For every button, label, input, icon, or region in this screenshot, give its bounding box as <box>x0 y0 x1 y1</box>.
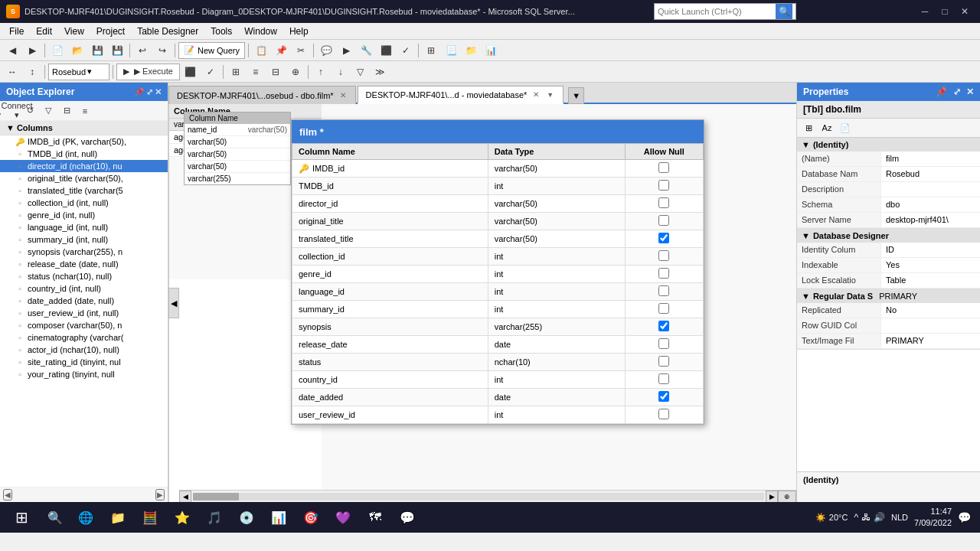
prop-alpha-btn[interactable]: Az <box>818 120 835 135</box>
h-scroll-left-btn[interactable]: ◀ <box>179 491 191 503</box>
column-btn1[interactable]: ⊞ <box>227 64 245 80</box>
oe-col-imdb[interactable]: 🔑 IMDB_id (PK, varchar(50), <box>0 135 168 148</box>
new-btn[interactable]: 📄 <box>48 42 67 59</box>
tab-film[interactable]: DESKTOP-MJRF401\...osebud - dbo.film* ✕ <box>168 86 356 104</box>
prop-pin-btn[interactable]: 📌 <box>936 86 947 97</box>
quick-launch-input[interactable] <box>658 7 773 16</box>
oe-col-release[interactable]: ▫ release_date (date, null) <box>0 258 168 270</box>
forward-btn[interactable]: ▶ <box>23 42 41 59</box>
grid-btn[interactable]: ⊞ <box>422 42 440 59</box>
film-checkbox-10[interactable] <box>658 338 669 349</box>
oe-connect-btn[interactable]: 🔌 Connect ▾ <box>3 103 20 119</box>
oe-scroll-left[interactable]: ◀ <box>3 489 12 500</box>
oe-col-genre[interactable]: ▫ genre_id (int, null) <box>0 209 168 221</box>
open-btn[interactable]: 📂 <box>68 42 87 59</box>
close-btn[interactable]: ✕ <box>956 4 974 19</box>
oe-col-trans-title[interactable]: ▫ translated_title (varchar(5 <box>0 184 168 197</box>
tb2-btn1[interactable]: ↔ <box>3 64 21 80</box>
tab-film-close[interactable]: ✕ <box>338 91 348 99</box>
parse-btn[interactable]: ✓ <box>397 42 415 59</box>
oe-col-country[interactable]: ▫ country_id (int, null) <box>0 282 168 295</box>
taskbar-app-calc[interactable]: 🧮 <box>135 504 165 531</box>
prop-categories-btn[interactable]: ⊞ <box>800 120 817 135</box>
oe-filter-btn[interactable]: ▽ <box>40 103 57 119</box>
oe-col-your-rating[interactable]: ▫ your_rating (tinyint, null <box>0 368 168 380</box>
taskbar-app-star[interactable]: ⭐ <box>167 504 198 531</box>
parse2-btn[interactable]: ✓ <box>201 64 220 80</box>
film-checkbox-4[interactable] <box>658 233 669 243</box>
more-btn[interactable]: ≫ <box>371 64 390 80</box>
film-checkbox-8[interactable] <box>658 303 669 314</box>
oe-col-actor[interactable]: ▫ actor_id (nchar(10), null) <box>0 344 168 356</box>
new-query-btn[interactable]: 📝 New Query <box>178 42 245 59</box>
start-button[interactable]: ⊞ <box>3 502 40 533</box>
film-checkbox-13[interactable] <box>658 391 669 402</box>
oe-col-user-review[interactable]: ▫ user_review_id (int, null) <box>0 307 168 319</box>
oe-collapse-btn[interactable]: ⊟ <box>58 103 75 119</box>
film-checkbox-7[interactable] <box>658 285 669 296</box>
run-btn[interactable]: ▶ <box>337 42 355 59</box>
menu-help[interactable]: Help <box>283 23 315 40</box>
taskbar-app-chart[interactable]: 📊 <box>263 504 294 531</box>
oe-col-orig-title[interactable]: ▫ original_title (varchar(50), <box>0 172 168 184</box>
tb2-btn2[interactable]: ↕ <box>23 64 41 80</box>
taskbar-app-target[interactable]: 🎯 <box>296 504 326 531</box>
cut-btn[interactable]: ✂ <box>292 42 310 59</box>
oe-dock-btn[interactable]: ⤢ <box>146 87 153 97</box>
tab-dropdown-btn[interactable]: ▼ <box>568 87 584 104</box>
tab-moviedatabase-pin[interactable]: ▼ <box>545 91 555 99</box>
database-dropdown[interactable]: Rosebud ▾ <box>48 64 109 80</box>
oe-options-btn[interactable]: ≡ <box>77 103 93 119</box>
prop-header-buttons[interactable]: 📌 ⤢ ✕ <box>933 86 974 97</box>
prop-pages-btn[interactable]: 📄 <box>837 120 854 135</box>
prop-dbdesigner-header[interactable]: ▼ Database Designer <box>797 229 980 243</box>
film-checkbox-3[interactable] <box>658 215 669 226</box>
sound-icon[interactable]: 🔊 <box>874 512 885 523</box>
oe-scroll-right[interactable]: ▶ <box>155 489 165 500</box>
tab-moviedatabase[interactable]: DESKTOP-MJRF401\...d - moviedatabase* ✕ … <box>358 86 564 104</box>
oe-col-collection[interactable]: ▫ collection_id (int, null) <box>0 197 168 209</box>
film-checkbox-12[interactable] <box>658 373 669 384</box>
oe-col-cinema[interactable]: ▫ cinematography (varchar( <box>0 331 168 344</box>
oe-col-date-added[interactable]: ▫ date_added (date, null) <box>0 295 168 307</box>
oe-refresh-btn[interactable]: ↺ <box>21 103 38 119</box>
oe-header-buttons[interactable]: 📌 ⤢ ✕ <box>134 87 162 97</box>
redo-btn[interactable]: ↪ <box>153 42 172 59</box>
maximize-btn[interactable]: □ <box>936 4 954 19</box>
save-btn[interactable]: 💾 <box>88 42 106 59</box>
taskbar-app-files[interactable]: 📁 <box>103 504 133 531</box>
film-checkbox-5[interactable] <box>658 250 669 261</box>
menu-tools[interactable]: Tools <box>204 23 238 40</box>
execute-btn[interactable]: ▶ ▶ Execute <box>116 64 180 80</box>
menu-edit[interactable]: Edit <box>30 23 58 40</box>
column-btn3[interactable]: ⊟ <box>266 64 285 80</box>
diagram-scroll-left[interactable]: ◀ <box>168 288 179 318</box>
oe-col-tmdb[interactable]: ▫ TMDB_id (int, null) <box>0 148 168 160</box>
column-btn2[interactable]: ≡ <box>247 64 265 80</box>
prop-regulardata-header[interactable]: ▼ Regular Data S PRIMARY <box>797 289 980 303</box>
back-btn[interactable]: ◀ <box>3 42 21 59</box>
taskbar-app-vs[interactable]: 💜 <box>328 504 358 531</box>
chevron-icon[interactable]: ^ <box>854 512 858 523</box>
taskbar-app-chat[interactable]: 💬 <box>392 504 423 531</box>
save-all-btn[interactable]: 💾 <box>108 42 126 59</box>
stop-btn[interactable]: ⬛ <box>377 42 395 59</box>
debug-btn[interactable]: 🔧 <box>357 42 375 59</box>
h-scroll-thumb[interactable] <box>193 493 239 500</box>
taskbar-app-disk[interactable]: 💿 <box>231 504 262 531</box>
menu-window[interactable]: Window <box>238 23 283 40</box>
oe-pin-btn[interactable]: 📌 <box>134 87 145 97</box>
prop-close-btn[interactable]: ✕ <box>966 86 974 97</box>
paste-btn[interactable]: 📌 <box>272 42 290 59</box>
film-checkbox-6[interactable] <box>658 268 669 279</box>
oe-col-composer[interactable]: ▫ composer (varchar(50), n <box>0 319 168 331</box>
oe-col-synopsis[interactable]: ▫ synopsis (varchar(255), n <box>0 246 168 258</box>
taskbar-app-browser[interactable]: 🌐 <box>70 504 101 531</box>
text-btn[interactable]: 📃 <box>442 42 460 59</box>
h-scroll-track[interactable] <box>193 493 764 500</box>
oe-columns-header[interactable]: ▼ Columns <box>0 121 168 135</box>
menu-table-designer[interactable]: Table Designer <box>131 23 204 40</box>
quick-launch-search-btn[interactable]: 🔍 <box>776 4 792 19</box>
taskbar-app-music[interactable]: 🎵 <box>199 504 230 531</box>
stop-execute-btn[interactable]: ⬛ <box>181 64 200 80</box>
